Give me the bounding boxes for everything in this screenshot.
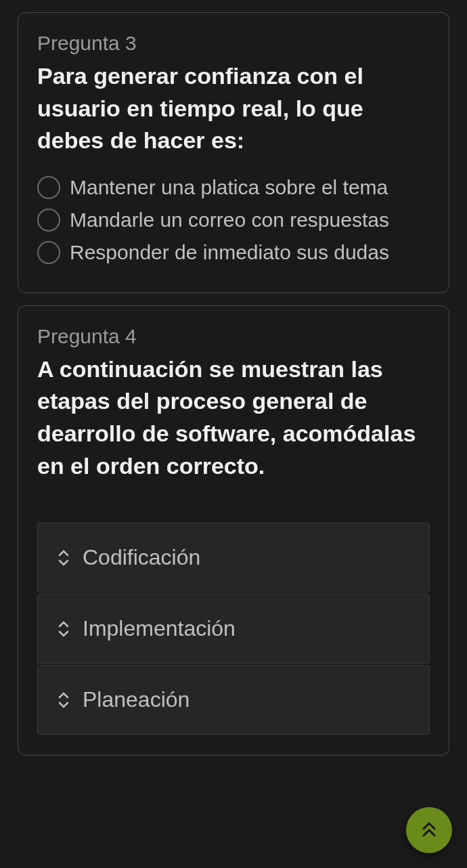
radio-option-2[interactable]: Mandarle un correo con respuestas: [37, 209, 430, 232]
sortable-item-3[interactable]: Planeación: [37, 665, 430, 735]
question-number: Pregunta 3: [37, 32, 430, 55]
chevron-down-icon[interactable]: [57, 558, 70, 567]
chevron-down-icon[interactable]: [57, 629, 70, 638]
radio-label: Mantener una platica sobre el tema: [70, 176, 388, 199]
sortable-label: Implementación: [83, 616, 236, 641]
question-title: A continuación se muestran las etapas de…: [37, 353, 430, 482]
sort-controls: [57, 620, 70, 638]
radio-circle-icon: [37, 241, 60, 264]
radio-label: Mandarle un correo con respuestas: [70, 209, 389, 232]
sortable-item-1[interactable]: Codificación: [37, 523, 430, 592]
question-number: Pregunta 4: [37, 325, 430, 348]
question-card-4: Pregunta 4 A continuación se muestran la…: [18, 305, 449, 756]
question-title: Para generar confianza con el usuario en…: [37, 60, 430, 157]
sort-controls: [57, 691, 70, 710]
radio-label: Responder de inmediato sus dudas: [70, 241, 389, 264]
double-chevron-up-icon: [421, 821, 437, 840]
sortable-item-2[interactable]: Implementación: [37, 594, 430, 664]
chevron-down-icon[interactable]: [57, 700, 70, 710]
sortable-label: Planeación: [83, 687, 190, 712]
radio-circle-icon: [37, 209, 60, 232]
radio-circle-icon: [37, 176, 60, 199]
question-card-3: Pregunta 3 Para generar confianza con el…: [18, 12, 449, 293]
sort-controls: [57, 548, 70, 567]
scroll-to-top-button[interactable]: [406, 807, 452, 853]
radio-option-1[interactable]: Mantener una platica sobre el tema: [37, 176, 430, 199]
radio-option-3[interactable]: Responder de inmediato sus dudas: [37, 241, 430, 264]
chevron-up-icon[interactable]: [57, 548, 70, 558]
sortable-label: Codificación: [83, 545, 200, 570]
chevron-up-icon[interactable]: [57, 691, 70, 700]
sortable-list: Codificación Implementación: [37, 523, 430, 735]
chevron-up-icon[interactable]: [57, 620, 70, 629]
